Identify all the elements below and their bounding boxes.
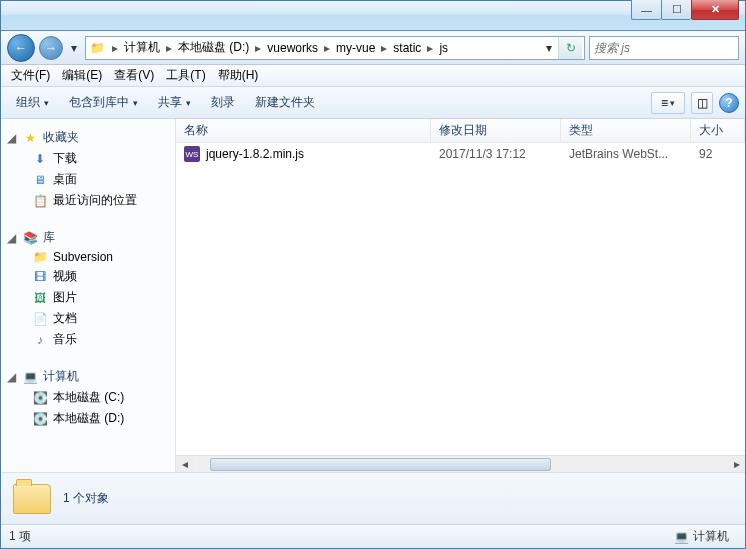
chevron-down-icon: ▾ [44,98,49,108]
sidebar-item-drive-c[interactable]: 💽本地磁盘 (C:) [1,387,175,408]
sidebar-item-pictures[interactable]: 🖼图片 [1,287,175,308]
help-icon: ? [725,96,732,110]
column-size[interactable]: 大小 [691,119,745,142]
share-button[interactable]: 共享▾ [149,89,200,116]
menu-file[interactable]: 文件(F) [5,64,56,87]
sidebar-item-documents[interactable]: 📄文档 [1,308,175,329]
library-icon: 📚 [21,231,39,245]
nav-history-dropdown[interactable]: ▾ [67,40,81,56]
sidebar-item-music[interactable]: ♪音乐 [1,329,175,350]
include-in-library-button[interactable]: 包含到库中▾ [60,89,147,116]
scroll-right-icon[interactable]: ▸ [728,456,745,473]
expand-icon: ◢ [7,131,17,145]
computer-icon: 💻 [674,530,689,544]
menu-view[interactable]: 查看(V) [108,64,160,87]
address-row: ← → ▾ 📁 ▸ 计算机 ▸ 本地磁盘 (D:) ▸ vueworks ▸ m… [1,31,745,65]
sidebar-favorites-header[interactable]: ◢ ★ 收藏夹 [1,127,175,148]
music-icon: ♪ [31,333,49,347]
menu-help[interactable]: 帮助(H) [212,64,265,87]
sidebar-item-label: Subversion [53,250,113,264]
close-button[interactable]: ✕ [691,0,739,20]
address-dropdown[interactable]: ▾ [540,41,558,55]
menu-tools[interactable]: 工具(T) [160,64,211,87]
sidebar-computer-header[interactable]: ◢ 💻 计算机 [1,366,175,387]
help-button[interactable]: ? [719,93,739,113]
sidebar-item-subversion[interactable]: 📁Subversion [1,248,175,266]
address-bar[interactable]: 📁 ▸ 计算机 ▸ 本地磁盘 (D:) ▸ vueworks ▸ my-vue … [85,36,585,60]
scroll-thumb[interactable] [210,458,551,471]
breadcrumb-item[interactable]: 本地磁盘 (D:) [174,39,253,56]
scroll-left-icon[interactable]: ◂ [176,456,193,473]
download-icon: ⬇ [31,152,49,166]
column-date[interactable]: 修改日期 [431,119,561,142]
back-button[interactable]: ← [7,34,35,62]
drive-icon: 💽 [31,391,49,405]
breadcrumb-sep: ▸ [379,41,389,55]
sidebar-item-label: 图片 [53,289,77,306]
sidebar-item-label: 文档 [53,310,77,327]
folder-icon: 📁 [88,39,106,57]
status-computer: 💻 计算机 [666,528,737,545]
column-name[interactable]: 名称 [176,119,431,142]
arrow-right-icon: → [45,41,57,55]
horizontal-scrollbar[interactable]: ◂ ▸ [176,455,745,472]
js-file-icon: WS [184,146,200,162]
breadcrumb-item[interactable]: static [389,41,425,55]
sidebar-label: 库 [43,229,55,246]
menu-edit[interactable]: 编辑(E) [56,64,108,87]
breadcrumb-sep: ▸ [322,41,332,55]
breadcrumb-sep: ▸ [425,41,435,55]
titlebar: — ☐ ✕ [1,1,745,31]
breadcrumb-sep: ▸ [110,41,120,55]
sidebar-item-desktop[interactable]: 🖥桌面 [1,169,175,190]
file-list[interactable]: WSjquery-1.8.2.min.js 2017/11/3 17:12 Je… [176,143,745,455]
breadcrumb-item[interactable]: 计算机 [120,39,164,56]
pane-icon: ◫ [697,96,708,110]
breadcrumb-item[interactable]: js [435,41,452,55]
sidebar-item-label: 本地磁盘 (C:) [53,389,124,406]
view-options-button[interactable]: ≡▾ [651,92,685,114]
drive-icon: 💽 [31,412,49,426]
details-count: 1 个对象 [63,490,109,507]
file-row[interactable]: WSjquery-1.8.2.min.js 2017/11/3 17:12 Je… [176,143,745,165]
search-input[interactable] [594,41,745,55]
details-pane: 1 个对象 [1,472,745,524]
sidebar-libraries-header[interactable]: ◢ 📚 库 [1,227,175,248]
chevron-down-icon: ▾ [71,41,77,55]
computer-icon: 💻 [21,370,39,384]
maximize-button[interactable]: ☐ [661,0,691,20]
breadcrumb-item[interactable]: my-vue [332,41,379,55]
sidebar-item-label: 下载 [53,150,77,167]
sidebar-item-recent[interactable]: 📋最近访问的位置 [1,190,175,211]
file-area: 名称 修改日期 类型 大小 WSjquery-1.8.2.min.js 2017… [176,119,745,472]
chevron-down-icon: ▾ [133,98,138,108]
column-headers: 名称 修改日期 类型 大小 [176,119,745,143]
picture-icon: 🖼 [31,291,49,305]
file-name: jquery-1.8.2.min.js [206,147,304,161]
file-type: JetBrains WebSt... [561,147,691,161]
expand-icon: ◢ [7,231,17,245]
burn-button[interactable]: 刻录 [202,89,244,116]
sidebar-item-videos[interactable]: 🎞视频 [1,266,175,287]
folder-large-icon [11,478,53,520]
sidebar-item-downloads[interactable]: ⬇下载 [1,148,175,169]
breadcrumb-sep: ▸ [164,41,174,55]
organize-button[interactable]: 组织▾ [7,89,58,116]
new-folder-button[interactable]: 新建文件夹 [246,89,324,116]
chevron-down-icon: ▾ [670,98,675,108]
recent-icon: 📋 [31,194,49,208]
sidebar-item-label: 音乐 [53,331,77,348]
list-icon: ≡ [661,96,668,110]
search-box[interactable]: 🔍 [589,36,739,60]
arrow-left-icon: ← [15,41,27,55]
forward-button[interactable]: → [39,36,63,60]
document-icon: 📄 [31,312,49,326]
breadcrumb-item[interactable]: vueworks [263,41,322,55]
refresh-button[interactable]: ↻ [558,37,582,59]
sidebar-item-label: 最近访问的位置 [53,192,137,209]
preview-pane-button[interactable]: ◫ [691,92,713,114]
column-type[interactable]: 类型 [561,119,691,142]
chevron-down-icon: ▾ [186,98,191,108]
sidebar-item-drive-d[interactable]: 💽本地磁盘 (D:) [1,408,175,429]
minimize-button[interactable]: — [631,0,661,20]
